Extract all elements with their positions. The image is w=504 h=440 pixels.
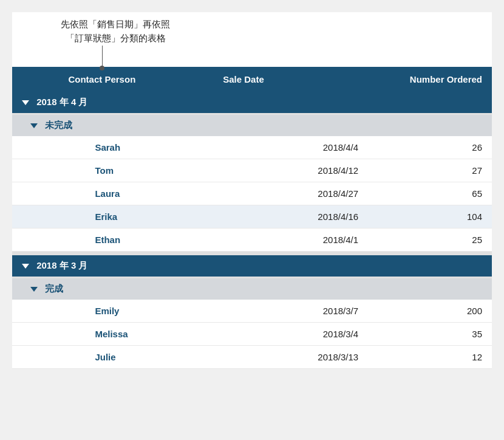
- row-spacer: [12, 159, 58, 182]
- contact-person-cell: Emily: [58, 300, 213, 323]
- data-table: Contact Person Sale Date Number Ordered …: [12, 67, 492, 369]
- group-row-level1[interactable]: 2018 年 3 月: [12, 255, 492, 277]
- contact-person-cell: Julie: [58, 345, 213, 368]
- contact-person-cell: Laura: [58, 182, 213, 205]
- number-ordered-cell: 25: [368, 229, 492, 252]
- table-row: Tom 2018/4/12 27: [12, 159, 492, 182]
- row-spacer: [12, 300, 58, 323]
- triangle-icon: [30, 123, 38, 128]
- row-spacer: [12, 182, 58, 205]
- sale-date-cell: 2018/3/13: [213, 345, 368, 368]
- header-number-ordered: Number Ordered: [368, 67, 492, 92]
- subgroup-label: 未完成: [45, 120, 72, 130]
- number-ordered-cell: 26: [368, 136, 492, 159]
- row-spacer: [12, 345, 58, 368]
- table-row: Emily 2018/3/7 200: [12, 300, 492, 323]
- triangle-icon: [22, 264, 29, 269]
- number-ordered-cell: 35: [368, 322, 492, 345]
- table-row: Laura 2018/4/27 65: [12, 182, 492, 205]
- sale-date-cell: 2018/3/7: [213, 300, 368, 323]
- contact-person-cell: Ethan: [58, 229, 213, 252]
- group-row-level2[interactable]: 完成: [12, 278, 492, 300]
- table-row: Melissa 2018/3/4 35: [12, 322, 492, 345]
- sale-date-cell: 2018/4/27: [213, 182, 368, 205]
- contact-person-cell: Erika: [58, 205, 213, 229]
- group-row-level1[interactable]: 2018 年 4 月: [12, 92, 492, 113]
- sale-date-cell: 2018/4/1: [213, 229, 368, 252]
- triangle-icon: [30, 287, 38, 292]
- table-row: Ethan 2018/4/1 25: [12, 229, 492, 252]
- header-sale-date: Sale Date: [213, 67, 368, 92]
- annotation-line1: 先依照「銷售日期」再依照: [61, 19, 170, 29]
- row-spacer: [12, 322, 58, 345]
- triangle-icon: [22, 100, 29, 105]
- number-ordered-cell: 27: [368, 159, 492, 182]
- annotation-line2: 「訂單狀態」分類的表格: [66, 33, 166, 43]
- callout-dot: [100, 66, 104, 70]
- table-row: Sarah 2018/4/4 26: [12, 136, 492, 159]
- sale-date-cell: 2018/3/4: [213, 322, 368, 345]
- sale-date-cell: 2018/4/4: [213, 136, 368, 159]
- page-wrapper: 先依照「銷售日期」再依照 「訂單狀態」分類的表格 Contact Person …: [12, 12, 492, 369]
- annotation-text: 先依照「銷售日期」再依照 「訂單狀態」分類的表格: [61, 18, 170, 45]
- table-row: Julie 2018/3/13 12: [12, 345, 492, 368]
- header-contact-person: Contact Person: [58, 67, 213, 92]
- sale-date-cell: 2018/4/12: [213, 159, 368, 182]
- row-spacer: [12, 229, 58, 252]
- row-spacer: [12, 205, 58, 229]
- group-row-level2[interactable]: 未完成: [12, 115, 492, 136]
- contact-person-cell: Melissa: [58, 322, 213, 345]
- group-label: 2018 年 3 月: [36, 260, 87, 270]
- contact-person-cell: Tom: [58, 159, 213, 182]
- header-spacer: [12, 67, 58, 92]
- row-spacer: [12, 136, 58, 159]
- subgroup-label: 完成: [45, 283, 63, 294]
- sale-date-cell: 2018/4/16: [213, 205, 368, 229]
- number-ordered-cell: 200: [368, 300, 492, 323]
- number-ordered-cell: 65: [368, 182, 492, 205]
- table-row: Erika 2018/4/16 104: [12, 205, 492, 229]
- number-ordered-cell: 104: [368, 205, 492, 229]
- annotation-area: 先依照「銷售日期」再依照 「訂單狀態」分類的表格: [12, 12, 492, 67]
- contact-person-cell: Sarah: [58, 136, 213, 159]
- callout-line: [102, 46, 103, 67]
- group-label: 2018 年 4 月: [36, 97, 87, 107]
- number-ordered-cell: 12: [368, 345, 492, 368]
- table-header-row: Contact Person Sale Date Number Ordered: [12, 67, 492, 92]
